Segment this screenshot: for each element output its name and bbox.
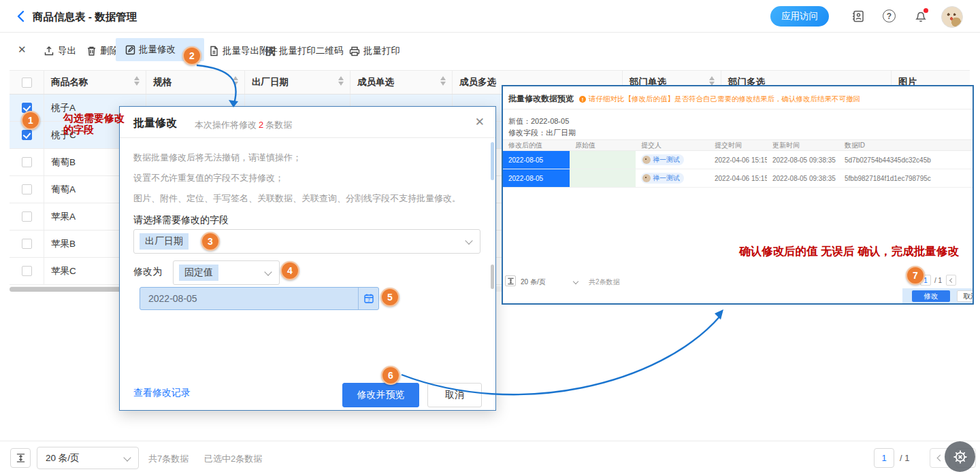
submitter-avatar [642, 174, 651, 182]
page-title: 商品信息表 - 数据管理 [33, 10, 137, 24]
attachment-icon [209, 46, 219, 56]
date-value-input[interactable]: 2022-08-05 7 [140, 287, 379, 310]
scrollbar-thumb[interactable] [491, 265, 494, 289]
dialog-subtitle: 本次操作将修改2条数据 [195, 119, 292, 131]
preview-page-total: / 1 [934, 277, 942, 284]
batch-print-qrcode-button[interactable]: 批量打印二维码 [265, 41, 344, 61]
dialog-warning-1: 数据批量修改后将无法撤销，请谨慎操作； [133, 152, 301, 164]
row-height-icon[interactable] [505, 275, 516, 286]
row-checkbox[interactable] [22, 239, 32, 249]
chevron-down-icon [123, 454, 131, 461]
row-checkbox[interactable] [22, 266, 32, 276]
annotation-select-fields: 勾选需要修改 的字段 [63, 112, 125, 135]
notification-dot [924, 8, 928, 13]
svg-text:7: 7 [368, 298, 370, 303]
edit-and-preview-button[interactable]: 修改并预览 [342, 383, 419, 407]
avatar[interactable] [941, 6, 963, 28]
close-selection-icon[interactable]: ✕ [18, 44, 27, 56]
app-header: 商品信息表 - 数据管理 应用访问 ? [0, 0, 980, 33]
preview-modified-field: 修改字段：出厂日期 [508, 128, 576, 138]
trash-icon [86, 46, 97, 56]
preview-table: 修改后的值 原始值 提交人 提交时间 更新时间 数据ID 2022-08-05 … [503, 139, 973, 188]
step-badge-6: 6 [381, 366, 400, 385]
export-button[interactable]: 导出 [44, 41, 76, 61]
preview-prev-page-button[interactable] [946, 275, 956, 286]
total-count: 共7条数据 [148, 453, 189, 465]
calendar-icon[interactable]: 7 [358, 288, 378, 309]
sort-icon[interactable] [440, 76, 446, 86]
cancel-button[interactable]: 取消 [427, 383, 482, 407]
preview-page-size-select[interactable]: 20 条/页 [521, 277, 546, 287]
preview-row: 2022-08-05 禅一测试 2022-04-06 15:15:37 2022… [503, 151, 973, 169]
batch-edit-dialog: 批量修改 本次操作将修改2条数据 ✕ 数据批量修改后将无法撤销，请谨慎操作； 设… [119, 106, 496, 411]
close-icon[interactable]: ✕ [475, 115, 485, 129]
step-badge-4: 4 [280, 261, 299, 280]
export-icon [44, 46, 54, 56]
submitter-avatar [642, 156, 651, 164]
field-select[interactable]: 出厂日期 [133, 229, 480, 254]
delete-button[interactable]: 删除 [86, 41, 118, 61]
view-history-link[interactable]: 查看修改记录 [133, 387, 191, 399]
preview-header-row: 修改后的值 原始值 提交人 提交时间 更新时间 数据ID [503, 139, 973, 151]
page-size-select[interactable]: 20 条/页 [37, 447, 139, 469]
annotation-confirm-values: 确认修改后的值 无误后 确认，完成批量修改 [739, 244, 974, 259]
step-badge-3: 3 [201, 232, 220, 251]
sort-icon[interactable] [338, 76, 344, 86]
preview-row: 2022-08-05 禅一测试 2022-04-06 15:15:37 2022… [503, 169, 973, 188]
sort-icon[interactable] [233, 76, 238, 86]
preview-warning: ! 请仔细对比【修改后的值】是否符合自己需要的修改结果后，确认修改后结果不可撤回 [579, 95, 860, 104]
select-all-checkbox[interactable] [22, 78, 32, 88]
dialog-title: 批量修改 [133, 116, 177, 131]
row-height-icon[interactable] [10, 448, 31, 468]
qrcode-icon [265, 46, 276, 56]
step-badge-2: 2 [182, 46, 201, 65]
page-input[interactable]: 1 [874, 448, 894, 468]
row-checkbox[interactable] [22, 184, 32, 194]
row-checkbox[interactable] [22, 157, 32, 167]
page-total: / 1 [900, 453, 909, 463]
dialog-warning-2: 设置不允许重复值的字段不支持修改； [133, 172, 284, 184]
chevron-left-icon [937, 455, 944, 462]
help-icon[interactable]: ? [883, 10, 896, 23]
step-badge-5: 5 [380, 288, 399, 307]
settings-gear-button[interactable] [945, 441, 975, 472]
chevron-down-icon [573, 279, 578, 284]
scrollbar-thumb[interactable] [491, 142, 494, 180]
back-icon[interactable] [15, 10, 29, 23]
row-checkbox[interactable] [22, 211, 32, 222]
preview-cancel-button[interactable]: 取消 [957, 290, 974, 302]
preview-title: 批量修改数据预览 [508, 93, 574, 105]
batch-toolbar: ✕ 导出 删除 批量修改 批量导出附件 批量打印二维码 批量打印 [0, 33, 980, 69]
modify-mode-select[interactable]: 固定值 [173, 260, 280, 285]
chevron-left-icon [949, 277, 954, 282]
chevron-down-icon [465, 237, 472, 244]
modify-as-label: 修改为 [133, 266, 162, 278]
submitter-tag: 禅一测试 [641, 173, 684, 184]
notification-bell-icon[interactable] [914, 10, 928, 23]
edit-icon [125, 45, 135, 55]
chevron-down-icon [264, 268, 272, 275]
sort-icon[interactable] [709, 76, 715, 86]
selected-count: 已选中2条数据 [204, 453, 262, 465]
preview-total-count: 共2条数据 [589, 277, 620, 287]
preview-new-value: 新值：2022-08-05 [508, 116, 569, 126]
app-access-button[interactable]: 应用访问 [770, 6, 829, 27]
batch-print-button[interactable]: 批量打印 [349, 41, 400, 61]
batch-edit-preview-panel: 批量修改数据预览 ! 请仔细对比【修改后的值】是否符合自己需要的修改结果后，确认… [502, 85, 974, 305]
warning-icon: ! [579, 96, 586, 103]
step-badge-1: 1 [21, 111, 40, 130]
step-badge-7: 7 [906, 266, 925, 285]
preview-confirm-button[interactable]: 修改 [912, 290, 950, 302]
contacts-icon[interactable] [851, 10, 865, 23]
printer-icon [349, 46, 360, 56]
field-section-label: 请选择需要修改的字段 [133, 214, 229, 226]
submitter-tag: 禅一测试 [641, 154, 684, 165]
gear-icon [952, 449, 968, 465]
row-checkbox[interactable] [22, 130, 32, 140]
sort-icon[interactable] [134, 76, 140, 86]
pagination-bar: 20 条/页 共7条数据 已选中2条数据 1 / 1 [0, 441, 980, 476]
dialog-warning-3: 图片、附件、定位、手写签名、关联数据、关联查询、分割线字段不支持批量修改。 [133, 192, 461, 205]
